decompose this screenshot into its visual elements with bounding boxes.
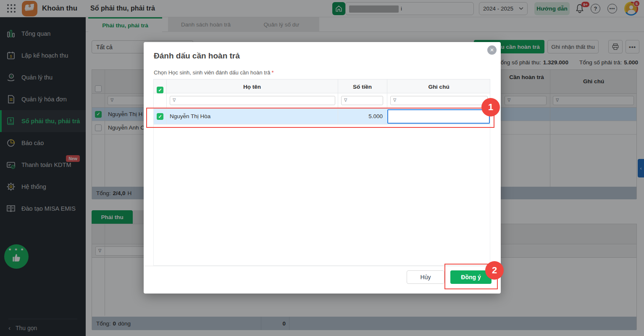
dialog-title: Đánh dấu cần hoàn trả xyxy=(154,51,240,61)
mark-refund-dialog: ✕ Đánh dấu cần hoàn trả Chọn Học sinh, s… xyxy=(144,42,501,294)
name-column-header: Họ tên xyxy=(166,79,338,94)
amount-column-header: Số tiền xyxy=(338,79,387,94)
table-filter-row xyxy=(153,93,490,108)
refund-student-table: Họ tên Số tiền Ghi chú Nguyễn Thị Hòa 5.… xyxy=(153,79,490,266)
note-filter-input[interactable] xyxy=(390,96,488,105)
step1-badge: 1 xyxy=(481,98,500,116)
step2-badge: 2 xyxy=(485,261,504,280)
name-filter-input[interactable] xyxy=(170,96,335,105)
select-all-checkbox[interactable] xyxy=(157,87,163,93)
step1-highlight-box xyxy=(146,108,494,128)
required-mark: * xyxy=(272,69,274,76)
note-column-header: Ghi chú xyxy=(387,79,491,94)
table-empty-body xyxy=(153,124,490,266)
picker-label: Chọn Học sinh, sinh viên đánh dấu cần ho… xyxy=(154,69,274,76)
cancel-button[interactable]: Hủy xyxy=(407,270,444,284)
close-icon: ✕ xyxy=(490,47,494,53)
close-button[interactable]: ✕ xyxy=(487,45,497,55)
table-header-row: Họ tên Số tiền Ghi chú xyxy=(153,79,490,93)
amount-filter-input[interactable] xyxy=(341,96,383,105)
